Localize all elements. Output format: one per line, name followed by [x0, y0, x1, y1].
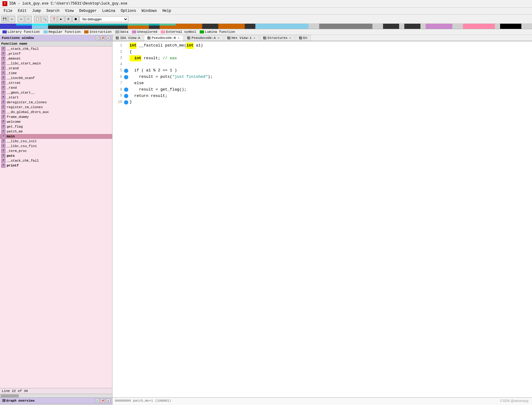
list-item[interactable]: fwelcome [0, 119, 112, 124]
code-token: result; [141, 55, 163, 62]
tab-en[interactable]: SEn [296, 35, 311, 41]
list-item[interactable]: fframe_dummy [0, 115, 112, 119]
tab-structures[interactable]: SStructures✕ [260, 35, 295, 41]
breakpoint-dot[interactable] [124, 100, 128, 105]
list-item[interactable]: fputs [0, 153, 112, 158]
list-item[interactable]: fpatch_me [0, 129, 112, 134]
toolbar-btn-6[interactable]: ❓ [50, 16, 57, 22]
list-item[interactable]: f__stack_chk_fail [0, 46, 112, 51]
graph-close-btn[interactable]: ✕ [106, 399, 110, 403]
menu-item-windows[interactable]: Windows [139, 8, 159, 14]
toolbar-btn-1[interactable]: ↩ [9, 16, 15, 22]
function-icon: f [1, 95, 5, 100]
toolbar-btn-5[interactable]: 🔍 [41, 16, 48, 22]
tab-ida-view-a[interactable]: IIDA View-A [112, 35, 143, 41]
code-line: 4 [115, 61, 530, 67]
tab-hex-view-1[interactable]: HHex View-1✕ [224, 35, 259, 41]
tab-icon: I [116, 36, 119, 39]
list-item[interactable]: fmain [0, 134, 112, 139]
toolbar-btn-4[interactable]: 📋 [34, 16, 41, 22]
menu-item-lumina[interactable]: Lumina [100, 8, 118, 14]
breakpoint-dot[interactable] [124, 69, 128, 73]
panel-close-btn[interactable]: ✕ [106, 36, 110, 40]
tab-close-btn[interactable]: ✕ [177, 36, 180, 40]
title-bar: I IDA - luck_guy.exe C:\Users\75631\Desk… [0, 0, 532, 8]
toolbar-btn-8[interactable]: ⏸ [65, 16, 72, 22]
code-area[interactable]: 1int __fastcall patch_me(int a1)2{3 int … [112, 41, 532, 397]
menu-item-edit[interactable]: Edit [16, 8, 29, 14]
legend-color-box [2, 30, 7, 33]
menu-item-search[interactable]: Search [44, 8, 62, 14]
list-item[interactable]: f__stack_chk_fail [0, 158, 112, 163]
toolbar: 💾↩↪✂📋🔍❓▶⏸⏹No debugger [0, 15, 532, 24]
list-item[interactable]: f__libc_csu_fini [0, 144, 112, 149]
code-line: 9 return result; [115, 93, 530, 99]
legend-item-instruction: Instruction [84, 30, 112, 34]
panel-pin-btn[interactable]: 📌 [101, 36, 105, 40]
code-token: // eax [163, 55, 177, 62]
menu-item-help[interactable]: Help [160, 8, 174, 14]
menu-item-jump[interactable]: Jump [30, 8, 43, 14]
function-icon: f [1, 66, 5, 70]
legend-label: External symbol [166, 30, 196, 34]
tab-label: Hex View-1 [232, 36, 252, 40]
list-item[interactable]: f_strcat [0, 81, 112, 85]
breakpoint-dot[interactable] [124, 88, 128, 92]
tab-pseudocode-b[interactable]: PPseudocode-B✕ [144, 35, 183, 41]
functions-scrollbar[interactable] [0, 394, 112, 397]
toolbar-btn-7[interactable]: ▶ [58, 16, 64, 22]
tab-close-btn[interactable]: ✕ [217, 36, 220, 40]
toolbar-btn-0[interactable]: 💾 [1, 16, 8, 22]
menu-item-debugger[interactable]: Debugger [77, 8, 99, 14]
legend-bar: Library functionRegular functionInstruct… [0, 29, 532, 35]
tab-pseudocode-a[interactable]: PPseudocode-A✕ [184, 35, 223, 41]
functions-panel: Functions window □ 📌 ✕ Function name f__… [0, 35, 112, 397]
menu-item-view[interactable]: View [63, 8, 76, 14]
list-item[interactable]: f__isoc99_scanf [0, 76, 112, 81]
code-line: 7 else [115, 80, 530, 87]
list-item[interactable]: fget_flag [0, 124, 112, 129]
function-icon: f [1, 139, 5, 143]
debugger-select[interactable]: No debugger [80, 16, 128, 22]
tab-icon: P [147, 36, 150, 39]
list-item[interactable]: fprintf [0, 163, 112, 168]
list-item[interactable]: f_start [0, 95, 112, 100]
list-item[interactable]: fderegister_tm_clones [0, 100, 112, 105]
menu-item-file[interactable]: File [1, 8, 15, 14]
breakpoint-dot[interactable] [124, 75, 128, 79]
functions-title: Functions window [2, 36, 34, 40]
list-item[interactable]: f__libc_start_main [0, 61, 112, 66]
graph-restore-btn[interactable]: □ [95, 399, 99, 403]
toolbar-btn-3[interactable]: ✂ [25, 16, 32, 22]
tab-close-btn[interactable]: ✕ [289, 36, 292, 40]
list-item[interactable]: f_term_proc [0, 149, 112, 153]
functions-header-controls[interactable]: □ 📌 ✕ [95, 36, 110, 40]
function-icon: f [1, 154, 5, 158]
list-item[interactable]: f__gmon_start__ [0, 90, 112, 95]
function-name: __libc_csu_init [7, 139, 37, 143]
breakpoint-dot[interactable] [124, 94, 128, 98]
list-item[interactable]: f__libc_csu_init [0, 139, 112, 144]
toolbar-btn-9[interactable]: ⏹ [72, 16, 79, 22]
panel-restore-btn[interactable]: □ [95, 36, 99, 40]
menu-item-options[interactable]: Options [118, 8, 138, 14]
function-icon: f [1, 76, 5, 80]
graph-pin-btn[interactable]: 📌 [101, 399, 105, 403]
legend-color-box [115, 30, 119, 33]
code-token: int [130, 43, 136, 49]
function-name: printf [7, 164, 19, 167]
list-item[interactable]: f_rand [0, 85, 112, 90]
title-text: IDA - luck_guy.exe C:\Users\75631\Deskto… [9, 2, 127, 6]
function-icon: f [1, 105, 5, 109]
list-item[interactable]: f_printf [0, 51, 112, 56]
list-item[interactable]: f__do_global_dtors_aux [0, 110, 112, 115]
list-item[interactable]: f_srand [0, 66, 112, 71]
tab-close-btn[interactable]: ✕ [253, 36, 256, 40]
list-item[interactable]: fregister_tm_clones [0, 105, 112, 110]
list-item[interactable]: f_memset [0, 56, 112, 61]
function-name: _rand [7, 86, 17, 90]
functions-list[interactable]: f__stack_chk_failf_printff_memsetf__libc… [0, 46, 112, 388]
code-token: int [130, 55, 141, 62]
toolbar-btn-2[interactable]: ↪ [18, 16, 24, 22]
list-item[interactable]: f_time [0, 71, 112, 76]
